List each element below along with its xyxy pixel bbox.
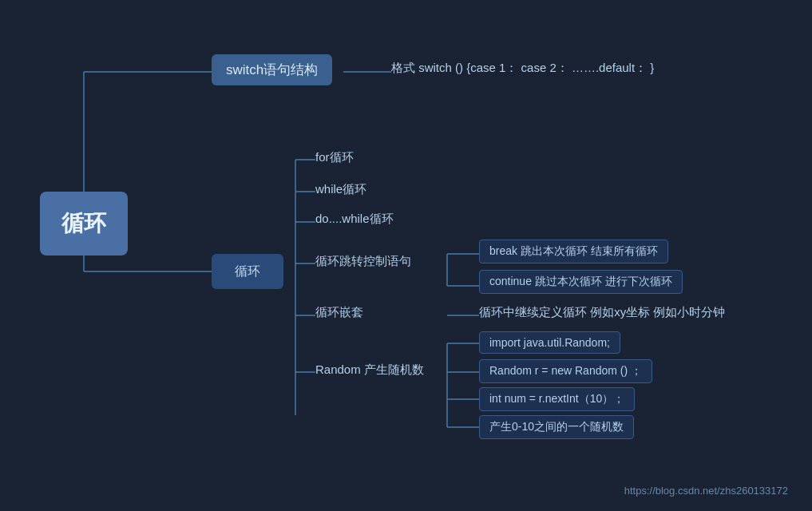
loop-node-label: 循环	[235, 263, 260, 280]
random2-text: Random r = new Random () ；	[489, 364, 642, 377]
footer-url: https://blog.csdn.net/zhs260133172	[624, 485, 788, 497]
break-text: break 跳出本次循环 结束所有循环	[489, 244, 658, 257]
random3-box: int num = r.nextInt（10）；	[479, 387, 635, 411]
random4-text: 产生0-10之间的一个随机数	[489, 420, 624, 433]
root-node: 循环	[40, 192, 128, 256]
random4-box: 产生0-10之间的一个随机数	[479, 415, 634, 439]
dowhile-text: do....while循环	[315, 212, 394, 227]
break-box: break 跳出本次循环 结束所有循环	[479, 240, 668, 263]
continue-box: continue 跳过本次循环 进行下次循环	[479, 270, 683, 294]
switch-detail: 格式 switch () {case 1： case 2： …….default…	[391, 61, 654, 76]
nested-text: 循环嵌套	[315, 305, 363, 320]
switch-detail-label: 格式 switch () {case 1： case 2： …….default…	[391, 61, 654, 76]
switch-node: switch语句结构	[212, 54, 332, 85]
random3-text: int num = r.nextInt（10）；	[489, 392, 624, 405]
nested-detail-text: 循环中继续定义循环 例如xy坐标 例如小时分钟	[479, 305, 725, 320]
for-label: for循环	[315, 150, 354, 165]
random1-text: import java.util.Random;	[489, 336, 610, 349]
footer-url-text: https://blog.csdn.net/zhs260133172	[624, 485, 788, 497]
jump-label: 循环跳转控制语句	[315, 254, 411, 269]
root-label: 循环	[61, 208, 106, 239]
for-text: for循环	[315, 150, 354, 165]
jump-text: 循环跳转控制语句	[315, 254, 411, 269]
random2-box: Random r = new Random () ；	[479, 359, 652, 383]
random-label: Random 产生随机数	[315, 362, 424, 378]
continue-text: continue 跳过本次循环 进行下次循环	[489, 275, 672, 287]
while-label: while循环	[315, 182, 366, 197]
random-text: Random 产生随机数	[315, 362, 424, 378]
loop-node: 循环	[212, 254, 283, 289]
dowhile-label: do....while循环	[315, 212, 394, 227]
while-text: while循环	[315, 182, 366, 197]
nested-detail: 循环中继续定义循环 例如xy坐标 例如小时分钟	[479, 305, 725, 320]
nested-label: 循环嵌套	[315, 305, 363, 320]
switch-node-label: switch语句结构	[226, 62, 318, 77]
random1-box: import java.util.Random;	[479, 331, 620, 354]
